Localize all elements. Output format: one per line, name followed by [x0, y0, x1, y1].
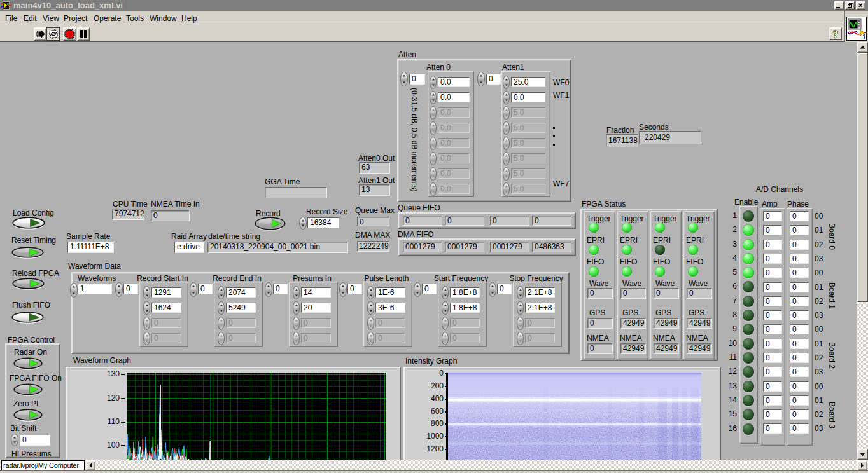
svg-text:1: 1: [862, 33, 866, 41]
svg-text:?: ?: [833, 28, 839, 40]
